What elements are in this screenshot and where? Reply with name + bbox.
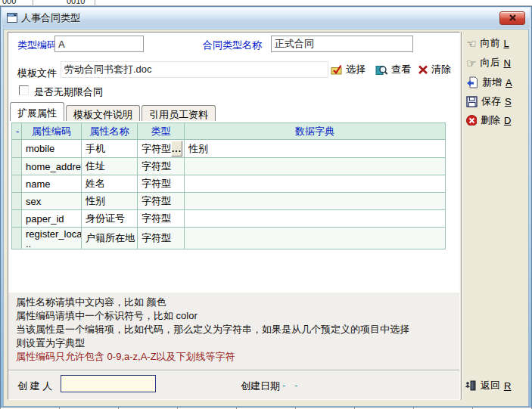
cell-attr-name[interactable]: 姓名 [82, 175, 138, 193]
help-line: 则设置为字典型 [16, 336, 85, 350]
view-button-label: 查看 [391, 63, 411, 76]
table-header-row: - 属性编码 属性名称 类型 数据字典 [12, 123, 446, 140]
view-magnifier-icon [375, 64, 388, 76]
cell-type[interactable]: 字符型 [138, 228, 185, 249]
cell-attr-name[interactable]: 手机 [82, 140, 138, 158]
row-indicator[interactable] [12, 158, 22, 175]
save-shortcut: S [505, 96, 512, 107]
row-indicator[interactable] [12, 140, 22, 158]
collapse-corner-cell[interactable]: - [12, 123, 22, 140]
hand-left-icon: ☜ [466, 38, 476, 49]
indefinite-contract-checkbox[interactable] [19, 85, 29, 95]
cell-attr-code[interactable]: sex [22, 193, 82, 210]
cell-data-dict[interactable] [185, 175, 446, 193]
type-code-input[interactable] [54, 36, 144, 52]
clear-template-button[interactable]: 清除 [418, 62, 451, 77]
tab-template-description[interactable]: 模板文件说明 [66, 105, 140, 121]
hand-right-icon: ☞ [466, 57, 476, 69]
cell-attr-code[interactable]: register_loca .. [22, 228, 82, 249]
type-value: 字符型 [142, 142, 171, 156]
background-cell-text: 000 [2, 0, 16, 5]
attributes-table: - 属性编码 属性名称 类型 数据字典 mobile 手机 [11, 122, 446, 249]
cell-type[interactable]: 字符型 [138, 175, 185, 193]
cell-attr-name[interactable]: 性别 [82, 193, 138, 210]
cell-attr-code[interactable]: paper_id [22, 210, 82, 228]
delete-button[interactable]: 删除 D [466, 112, 530, 129]
main-panel: 类型编码 合同类型名称 模板文件 选择 [8, 32, 460, 400]
contract-type-name-input[interactable] [271, 36, 413, 52]
creator-input[interactable] [61, 375, 156, 392]
cell-type-editing[interactable]: 字符型 ... [138, 140, 185, 158]
cell-type[interactable]: 字符型 [138, 210, 185, 228]
previous-shortcut: L [503, 38, 509, 49]
return-button[interactable]: 返回 R [465, 377, 528, 394]
delete-button-label: 删除 [481, 113, 500, 127]
next-button[interactable]: ☞ 向后 N [466, 54, 530, 71]
add-button-label: 新增 [482, 76, 502, 89]
col-header-attr-name[interactable]: 属性名称 [82, 123, 138, 140]
clear-button-label: 清除 [431, 63, 451, 76]
row-indicator[interactable] [12, 175, 22, 193]
table-row: name 姓名 字符型 [12, 175, 446, 193]
cell-type[interactable]: 字符型 [138, 193, 185, 210]
cell-attr-code[interactable]: mobile [22, 140, 82, 158]
ellipsis-button[interactable]: ... [171, 141, 182, 156]
panel-separator [461, 32, 462, 400]
cell-data-dict[interactable] [185, 210, 446, 228]
cell-attr-code[interactable]: home_addre [22, 158, 82, 175]
tab-strip: 扩展属性 模板文件说明 引用员工资料 [10, 102, 217, 121]
divider [8, 370, 460, 371]
row-indicator[interactable] [12, 193, 22, 210]
cell-attr-name[interactable]: 身份证号 [82, 210, 138, 228]
help-warning-line: 属性编码只允许包含 0-9,a-z,A-Z以及下划线等字符 [16, 350, 235, 364]
previous-button[interactable]: ☜ 向前 L [466, 35, 530, 51]
type-code-label: 类型编码 [17, 39, 57, 52]
exit-door-icon [465, 380, 477, 392]
col-header-attr-code[interactable]: 属性编码 [22, 123, 82, 140]
save-button[interactable]: 保存 S [466, 93, 530, 110]
help-line: 属性编码请填中一个标识符号，比如 color [16, 309, 198, 323]
close-button[interactable] [499, 11, 525, 25]
close-icon [509, 14, 517, 22]
cell-data-dict[interactable]: 性别 [185, 140, 446, 158]
add-shortcut: A [506, 77, 512, 88]
cell-type[interactable]: 字符型 [138, 158, 185, 175]
cell-data-dict[interactable] [185, 193, 446, 210]
select-template-button[interactable]: 选择 [331, 62, 366, 77]
tab-employee-data[interactable]: 引用员工资料 [142, 105, 216, 121]
table-row: sex 性别 字符型 [12, 193, 446, 210]
cell-attr-name[interactable]: 户籍所在地 [82, 228, 138, 249]
select-button-label: 选择 [346, 63, 366, 76]
return-shortcut: R [504, 380, 511, 392]
attr-code-line2-clipped: .. [26, 239, 77, 249]
indefinite-contract-label: 是否无期限合同 [34, 85, 103, 99]
previous-button-label: 向前 [480, 36, 499, 50]
delete-shortcut: D [504, 115, 511, 126]
col-header-type[interactable]: 类型 [138, 123, 185, 140]
select-check-icon [331, 64, 343, 76]
new-document-icon [466, 76, 478, 88]
table-row: paper_id 身份证号 字符型 [12, 210, 446, 228]
row-indicator[interactable] [12, 210, 22, 228]
template-file-input[interactable] [61, 61, 328, 78]
return-button-label: 返回 [481, 379, 500, 392]
title-bar[interactable]: 人事合同类型 [2, 8, 530, 28]
create-date-label: 创建日期 [241, 380, 280, 393]
row-indicator[interactable] [12, 228, 22, 249]
col-header-data-dict[interactable]: 数据字典 [185, 123, 446, 140]
cell-data-dict[interactable] [185, 158, 446, 175]
cell-attr-name[interactable]: 住址 [82, 158, 138, 175]
table-row: register_loca .. 户籍所在地 字符型 [12, 228, 446, 249]
screen: 000 0010 人事合同类型 类型编码 合同 [0, 0, 532, 409]
dialog-window: 人事合同类型 类型编码 合同类型名称 模板文件 [0, 6, 532, 407]
template-file-label: 模板文件 [17, 67, 57, 80]
add-button[interactable]: 新增 A [466, 74, 530, 91]
cell-data-dict[interactable] [185, 228, 446, 249]
dialog-client-area: 类型编码 合同类型名称 模板文件 选择 [3, 29, 529, 407]
view-template-button[interactable]: 查看 [375, 62, 411, 77]
save-button-label: 保存 [481, 95, 501, 108]
background-window-top-strip: 000 0010 [0, 0, 532, 6]
help-line: 属性名称请填中文内容，比如 颜色 [16, 296, 166, 309]
cell-attr-code[interactable]: name [22, 175, 82, 193]
tab-extended-attributes[interactable]: 扩展属性 [10, 102, 64, 121]
